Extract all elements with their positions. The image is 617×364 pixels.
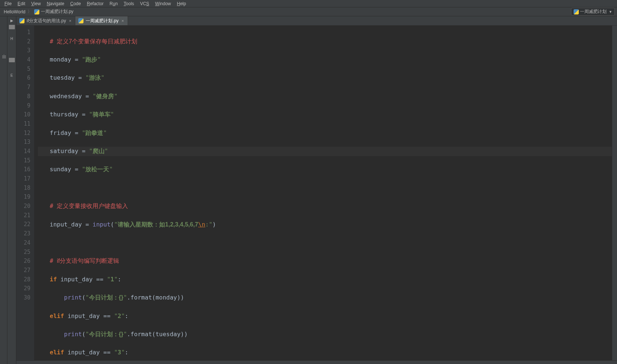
menu-refactor[interactable]: Refactor xyxy=(84,0,106,7)
file-node-icon xyxy=(9,58,15,62)
tab-label: 一周减肥计划.py xyxy=(86,18,118,24)
editor-scrollbar[interactable] xyxy=(612,26,617,360)
code-line: elif input_day == "3": xyxy=(38,348,612,357)
close-icon[interactable]: × xyxy=(121,19,124,23)
menu-file[interactable]: File xyxy=(1,0,14,7)
code-line: wednesday = "健身房" xyxy=(38,92,612,101)
menu-vcs[interactable]: VCS xyxy=(137,0,152,7)
chevron-right-icon[interactable]: ▶ xyxy=(10,19,13,23)
structure-bars-icon[interactable]: |||· xyxy=(1,53,6,60)
menu-view[interactable]: View xyxy=(28,0,44,7)
code-line: # if分支语句编写判断逻辑 xyxy=(38,257,612,266)
close-icon[interactable]: × xyxy=(68,19,72,23)
menu-window[interactable]: Window xyxy=(152,0,174,7)
tab-label: if分支语句的用法.py xyxy=(27,18,66,24)
menu-run[interactable]: Run xyxy=(106,0,121,7)
run-config-label: 一周减肥计划 xyxy=(580,9,607,15)
tool-window-bar-left: |||· xyxy=(0,16,7,364)
tab-if-branch[interactable]: if分支语句的用法.py × xyxy=(16,16,75,25)
breadcrumb-separator: 〉 xyxy=(27,9,33,15)
breadcrumb-project[interactable]: HelloWorld xyxy=(2,9,27,14)
menu-edit[interactable]: Edit xyxy=(14,0,28,7)
python-file-icon xyxy=(19,18,24,23)
navigation-bar: HelloWorld 〉 一周减肥计划.py 一周减肥计划 ▼ xyxy=(0,7,617,16)
breadcrumb-project-label: HelloWorld xyxy=(4,9,25,14)
code-line: print("今日计划：{}".format(monday)) xyxy=(38,293,612,302)
python-file-icon xyxy=(574,9,579,14)
folder-icon xyxy=(9,25,15,29)
menu-help[interactable]: Help xyxy=(174,0,189,7)
main-area: |||· ▶ H E if分支语句的用法.py × 一周减肥计划.py × xyxy=(0,16,617,364)
menu-navigate[interactable]: Navigate xyxy=(44,0,67,7)
code-editor[interactable]: 1 2 3 4 5 6 7 8 9 10 11 12 13 14 15 16 1… xyxy=(16,26,617,360)
code-line: elif input_day == "2": xyxy=(38,312,612,321)
code-line: thursday = "骑单车" xyxy=(38,110,612,119)
chevron-down-icon: ▼ xyxy=(609,10,612,14)
project-tool-window[interactable]: ▶ H E xyxy=(7,16,16,364)
breadcrumb-file-label: 一周减肥计划.py xyxy=(41,9,73,15)
code-line-current: saturday = "爬山" xyxy=(38,147,612,156)
code-content[interactable]: # 定义7个变量保存每日减肥计划 monday = "跑步" tuesday =… xyxy=(34,26,612,360)
editor-tabs: if分支语句的用法.py × 一周减肥计划.py × xyxy=(16,16,617,26)
breadcrumb-file[interactable]: 一周减肥计划.py xyxy=(33,9,75,15)
code-line: sunday = "放松一天" xyxy=(38,165,612,174)
code-line: tuesday = "游泳" xyxy=(38,73,612,83)
code-line: if input_day == "1": xyxy=(38,275,612,284)
line-number-gutter: 1 2 3 4 5 6 7 8 9 10 11 12 13 14 15 16 1… xyxy=(16,26,34,360)
code-line: monday = "跑步" xyxy=(38,55,612,64)
code-line: # 定义变量接收用户键盘输入 xyxy=(38,202,612,211)
code-line: print("今日计划：{}".format(tuesday)) xyxy=(38,330,612,339)
proj-letter-e: E xyxy=(10,73,13,77)
code-line: input_day = input("请输入星期数：如1,2,3,4,5,6,7… xyxy=(38,220,612,229)
code-line: # 定义7个变量保存每日减肥计划 xyxy=(38,37,612,46)
status-bar xyxy=(16,360,617,364)
editor-area: if分支语句的用法.py × 一周减肥计划.py × 1 2 3 4 5 6 7… xyxy=(16,16,617,364)
code-line: friday = "跆拳道" xyxy=(38,129,612,138)
menu-tools[interactable]: Tools xyxy=(121,0,137,7)
python-file-icon xyxy=(34,9,39,14)
tab-week-plan[interactable]: 一周减肥计划.py × xyxy=(75,16,128,25)
menu-bar: File Edit View Navigate Code Refactor Ru… xyxy=(0,0,617,7)
proj-letter-h: H xyxy=(10,37,13,41)
menu-code[interactable]: Code xyxy=(67,0,84,7)
run-configuration-selector[interactable]: 一周减肥计划 ▼ xyxy=(571,8,615,16)
code-line xyxy=(38,183,612,193)
code-line xyxy=(38,238,612,248)
python-file-icon xyxy=(78,18,83,23)
